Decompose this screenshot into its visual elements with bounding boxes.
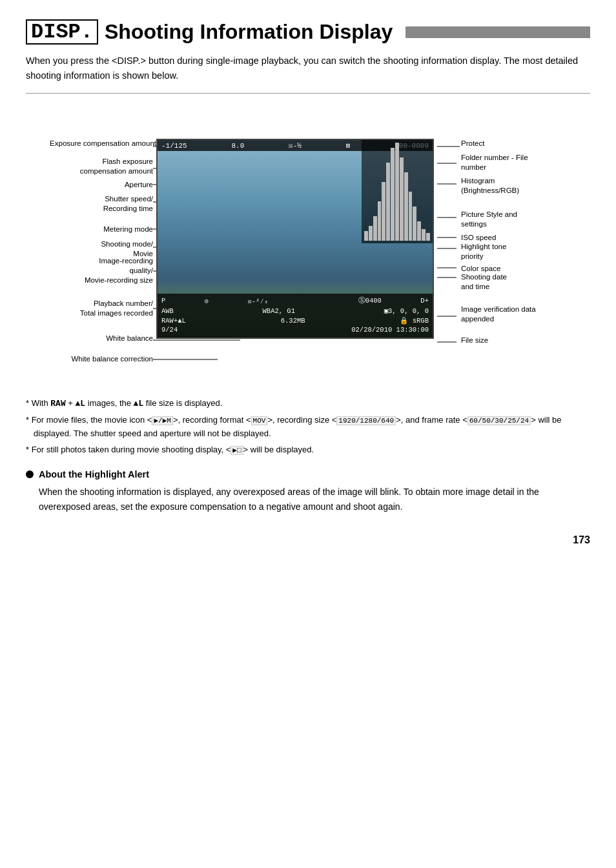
about-section: About the Highlight Alert When the shoot… <box>26 469 590 514</box>
cam-row-3: RAW+▲L 6.32MB 🔒 sRGB <box>161 316 429 325</box>
label-file-size: File size <box>461 336 571 345</box>
label-shooting-date: Shooting dateand time <box>461 272 571 292</box>
about-title: About the Highlight Alert <box>26 469 590 479</box>
label-aperture: Aperture <box>88 180 153 190</box>
cam-overlay: P ⊙ ☒-²⁄₃ Ⓢ0400 D+ AWB WBA2, G1 ▣3, 0, 0… <box>158 294 433 338</box>
diagram-container: COPY <box>27 106 589 384</box>
page-title: DISP. Shooting Information Display <box>26 19 590 45</box>
cam-row-4: 9/24 02/28/2010 13:30:00 <box>161 326 429 334</box>
label-playback: Playback number/Total images recorded <box>40 299 153 318</box>
note-3: * For still photos taken during movie sh… <box>26 443 590 457</box>
label-protect: Protect <box>461 139 571 148</box>
intro-paragraph: When you press the <DISP.> button during… <box>26 54 590 83</box>
label-wb: White balance <box>69 334 153 343</box>
label-metering: Metering mode <box>63 225 153 234</box>
note-1: * With RAW + ▲L images, the ▲L file size… <box>26 397 590 411</box>
section-divider <box>26 93 590 94</box>
about-body: When the shooting information is display… <box>26 485 590 514</box>
camera-screen: -1/125 8.0 ☒-½ ⊠ 100-0009 <box>156 139 434 339</box>
histogram-area <box>362 140 433 243</box>
label-flash-exp: Flash exposurecompensation amount <box>53 157 153 176</box>
label-image-recording: Image-recordingquality/Movie-recording s… <box>40 256 153 285</box>
page-number: 173 <box>26 534 590 546</box>
cam-row-1: P ⊙ ☒-²⁄₃ Ⓢ0400 D+ <box>161 296 429 305</box>
label-exposure-comp: Exposure compensation amount <box>27 139 156 148</box>
label-iso: ISO speed <box>461 233 571 243</box>
label-histogram: Histogram(Brightness/RGB) <box>461 176 571 196</box>
cam-row-2: AWB WBA2, G1 ▣3, 0, 0, 0 <box>161 307 429 315</box>
notes-section: * With RAW + ▲L images, the ▲L file size… <box>26 397 590 456</box>
label-img-verification: Image verification dataappended <box>461 305 571 324</box>
label-shutter: Shutter speed/Recording time <box>53 194 153 214</box>
label-folder: Folder number - Filenumber <box>461 153 571 172</box>
title-bar-decoration <box>406 26 590 38</box>
label-picture-style: Picture Style andsettings <box>461 210 571 229</box>
label-wb-correction: White balance correction <box>50 354 153 364</box>
label-highlight: Highlight tonepriority <box>461 242 571 261</box>
note-2: * For movie files, the movie icon <▶/▶M>… <box>26 414 590 441</box>
title-text: Shooting Information Display <box>105 20 393 44</box>
about-title-text: About the Highlight Alert <box>39 469 149 479</box>
disp-label: DISP. <box>26 19 98 45</box>
bullet-icon <box>26 470 34 478</box>
